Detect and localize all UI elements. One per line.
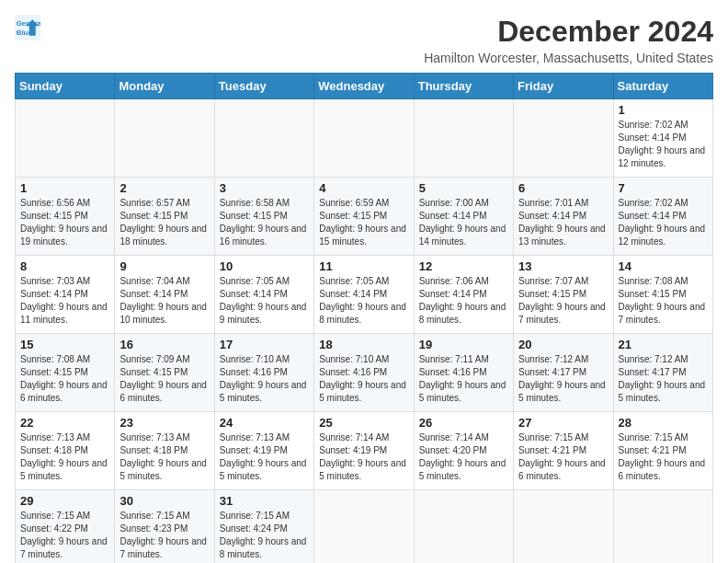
day-header-thursday: Thursday	[414, 74, 513, 99]
day-number: 28	[619, 416, 708, 430]
title-area: December 2024 Hamilton Worcester, Massac…	[424, 15, 713, 65]
calendar-cell: 11Sunrise: 7:05 AMSunset: 4:14 PMDayligh…	[314, 256, 414, 334]
calendar-cell: 12Sunrise: 7:06 AMSunset: 4:14 PMDayligh…	[414, 256, 513, 334]
day-info: Sunrise: 7:15 AMSunset: 4:21 PMDaylight:…	[518, 431, 608, 483]
day-number: 6	[518, 181, 608, 195]
calendar-cell: 7Sunrise: 7:02 AMSunset: 4:14 PMDaylight…	[613, 178, 712, 256]
week-row-1: 1Sunrise: 7:02 AMSunset: 4:14 PMDaylight…	[16, 99, 713, 178]
day-info: Sunrise: 7:13 AMSunset: 4:18 PMDaylight:…	[119, 431, 209, 483]
day-info: Sunrise: 7:06 AMSunset: 4:14 PMDaylight:…	[419, 275, 508, 327]
calendar-cell: 29Sunrise: 7:15 AMSunset: 4:22 PMDayligh…	[16, 490, 115, 564]
day-number: 16	[119, 338, 209, 351]
calendar-cell: 1Sunrise: 6:56 AMSunset: 4:15 PMDaylight…	[16, 178, 115, 256]
day-number: 21	[619, 338, 708, 351]
day-info: Sunrise: 7:15 AMSunset: 4:24 PMDaylight:…	[220, 510, 309, 561]
day-number: 10	[220, 259, 309, 273]
day-info: Sunrise: 7:07 AMSunset: 4:15 PMDaylight:…	[518, 275, 608, 327]
calendar-cell: 1Sunrise: 7:02 AMSunset: 4:14 PMDaylight…	[613, 99, 712, 178]
day-number: 9	[119, 259, 209, 273]
calendar-table: SundayMondayTuesdayWednesdayThursdayFrid…	[15, 73, 713, 563]
week-row-5: 22Sunrise: 7:13 AMSunset: 4:18 PMDayligh…	[16, 412, 713, 490]
day-number: 7	[619, 181, 708, 195]
day-info: Sunrise: 7:12 AMSunset: 4:17 PMDaylight:…	[619, 353, 708, 405]
day-number: 14	[619, 259, 708, 273]
week-row-6: 29Sunrise: 7:15 AMSunset: 4:22 PMDayligh…	[16, 490, 713, 564]
day-info: Sunrise: 7:15 AMSunset: 4:22 PMDaylight:…	[20, 510, 109, 561]
calendar-cell: 17Sunrise: 7:10 AMSunset: 4:16 PMDayligh…	[214, 334, 313, 412]
calendar-cell: 10Sunrise: 7:05 AMSunset: 4:14 PMDayligh…	[214, 256, 313, 334]
calendar-cell	[514, 490, 613, 564]
calendar-cell: 8Sunrise: 7:03 AMSunset: 4:14 PMDaylight…	[16, 256, 115, 334]
day-number: 18	[319, 338, 408, 351]
calendar-cell	[314, 490, 414, 564]
day-info: Sunrise: 7:13 AMSunset: 4:19 PMDaylight:…	[220, 431, 309, 483]
day-number: 17	[220, 338, 309, 351]
day-number: 12	[419, 259, 508, 273]
day-info: Sunrise: 7:00 AMSunset: 4:14 PMDaylight:…	[419, 197, 508, 248]
day-info: Sunrise: 7:03 AMSunset: 4:14 PMDaylight:…	[20, 275, 109, 327]
calendar-cell: 14Sunrise: 7:08 AMSunset: 4:15 PMDayligh…	[613, 256, 712, 334]
day-number: 19	[419, 338, 508, 351]
calendar-cell: 16Sunrise: 7:09 AMSunset: 4:15 PMDayligh…	[115, 334, 214, 412]
calendar-cell	[214, 99, 313, 178]
calendar-cell	[613, 490, 712, 564]
calendar-cell	[314, 99, 414, 178]
day-info: Sunrise: 7:08 AMSunset: 4:15 PMDaylight:…	[619, 275, 708, 327]
day-number: 25	[319, 416, 408, 430]
calendar-cell: 2Sunrise: 6:57 AMSunset: 4:15 PMDaylight…	[115, 178, 214, 256]
calendar-cell: 31Sunrise: 7:15 AMSunset: 4:24 PMDayligh…	[214, 490, 313, 564]
calendar-cell: 28Sunrise: 7:15 AMSunset: 4:21 PMDayligh…	[613, 412, 712, 490]
day-number: 31	[220, 494, 309, 508]
day-info: Sunrise: 7:05 AMSunset: 4:14 PMDaylight:…	[220, 275, 309, 327]
day-info: Sunrise: 7:12 AMSunset: 4:17 PMDaylight:…	[518, 353, 608, 405]
calendar-cell	[16, 99, 115, 178]
day-number: 27	[518, 416, 608, 430]
day-header-monday: Monday	[115, 74, 214, 99]
day-number: 5	[419, 181, 508, 195]
calendar-cell: 21Sunrise: 7:12 AMSunset: 4:17 PMDayligh…	[613, 334, 712, 412]
calendar-cell: 20Sunrise: 7:12 AMSunset: 4:17 PMDayligh…	[514, 334, 613, 412]
calendar-cell: 5Sunrise: 7:00 AMSunset: 4:14 PMDaylight…	[414, 178, 513, 256]
day-header-wednesday: Wednesday	[314, 74, 414, 99]
day-number: 2	[119, 181, 209, 195]
day-info: Sunrise: 7:02 AMSunset: 4:14 PMDaylight:…	[619, 119, 708, 170]
day-number: 11	[319, 259, 408, 273]
location-title: Hamilton Worcester, Massachusetts, Unite…	[424, 51, 713, 65]
calendar-cell: 19Sunrise: 7:11 AMSunset: 4:16 PMDayligh…	[414, 334, 513, 412]
day-number: 15	[20, 338, 109, 351]
day-header-friday: Friday	[514, 74, 613, 99]
calendar-cell: 4Sunrise: 6:59 AMSunset: 4:15 PMDaylight…	[314, 178, 414, 256]
day-number: 22	[20, 416, 109, 430]
week-row-4: 15Sunrise: 7:08 AMSunset: 4:15 PMDayligh…	[16, 334, 713, 412]
calendar-cell: 6Sunrise: 7:01 AMSunset: 4:14 PMDaylight…	[514, 178, 613, 256]
calendar-cell: 24Sunrise: 7:13 AMSunset: 4:19 PMDayligh…	[214, 412, 313, 490]
calendar-cell	[414, 490, 513, 564]
day-info: Sunrise: 6:56 AMSunset: 4:15 PMDaylight:…	[20, 197, 109, 248]
calendar-cell: 27Sunrise: 7:15 AMSunset: 4:21 PMDayligh…	[514, 412, 613, 490]
calendar-cell	[115, 99, 214, 178]
logo-icon: General Blue	[15, 15, 40, 40]
calendar-cell: 13Sunrise: 7:07 AMSunset: 4:15 PMDayligh…	[514, 256, 613, 334]
day-info: Sunrise: 7:09 AMSunset: 4:15 PMDaylight:…	[119, 353, 209, 405]
calendar-cell: 23Sunrise: 7:13 AMSunset: 4:18 PMDayligh…	[115, 412, 214, 490]
calendar-cell: 30Sunrise: 7:15 AMSunset: 4:23 PMDayligh…	[115, 490, 214, 564]
day-number: 24	[220, 416, 309, 430]
calendar-cell: 22Sunrise: 7:13 AMSunset: 4:18 PMDayligh…	[16, 412, 115, 490]
day-info: Sunrise: 7:04 AMSunset: 4:14 PMDaylight:…	[119, 275, 209, 327]
day-info: Sunrise: 7:14 AMSunset: 4:19 PMDaylight:…	[319, 431, 408, 483]
day-number: 8	[20, 259, 109, 273]
day-info: Sunrise: 6:57 AMSunset: 4:15 PMDaylight:…	[119, 197, 209, 248]
day-info: Sunrise: 6:59 AMSunset: 4:15 PMDaylight:…	[319, 197, 408, 248]
day-info: Sunrise: 7:14 AMSunset: 4:20 PMDaylight:…	[419, 431, 508, 483]
day-number: 20	[518, 338, 608, 351]
calendar-cell: 18Sunrise: 7:10 AMSunset: 4:16 PMDayligh…	[314, 334, 414, 412]
day-number: 26	[419, 416, 508, 430]
day-info: Sunrise: 7:10 AMSunset: 4:16 PMDaylight:…	[319, 353, 408, 405]
day-info: Sunrise: 7:01 AMSunset: 4:14 PMDaylight:…	[518, 197, 608, 248]
day-number: 23	[119, 416, 209, 430]
day-info: Sunrise: 7:02 AMSunset: 4:14 PMDaylight:…	[619, 197, 708, 248]
day-header-saturday: Saturday	[613, 74, 712, 99]
day-header-sunday: Sunday	[16, 74, 115, 99]
day-number: 4	[319, 181, 408, 195]
day-info: Sunrise: 7:11 AMSunset: 4:16 PMDaylight:…	[419, 353, 508, 405]
